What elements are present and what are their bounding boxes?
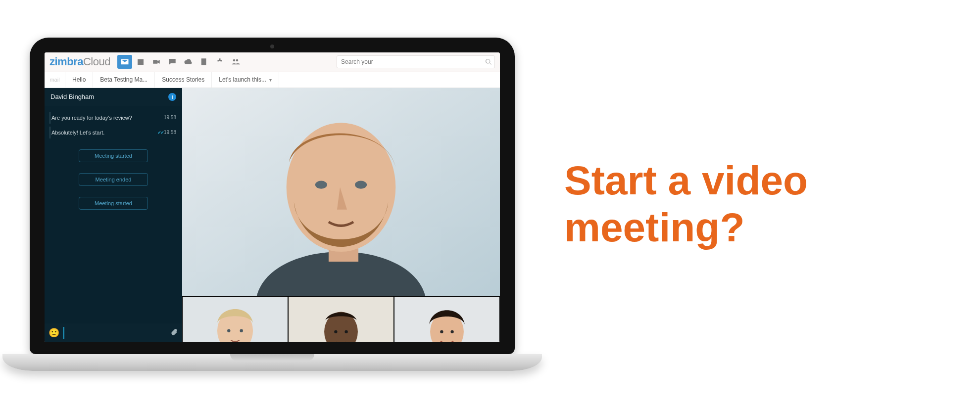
brand-part1: zimbra [49, 55, 83, 68]
search-field[interactable] [337, 55, 495, 68]
svg-point-10 [240, 329, 243, 332]
svg-point-18 [450, 330, 453, 333]
tab-lets-launch[interactable]: Let's launch this...▾ [212, 72, 279, 88]
people-icon[interactable] [228, 55, 243, 69]
section-label: mail [45, 72, 65, 88]
video-thumbnail[interactable]: VM [288, 296, 394, 342]
chat-contact-name: David Bingham [50, 93, 94, 100]
chevron-down-icon: ▾ [269, 77, 272, 83]
search-icon [485, 58, 492, 65]
addons-icon[interactable] [212, 55, 227, 69]
svg-point-4 [287, 123, 396, 252]
chat-message: Are you ready for today's review? 19.58 [49, 112, 177, 124]
brand-part2: Cloud [83, 55, 110, 68]
cloud-icon[interactable] [181, 55, 196, 69]
brand-logo: zimbraCloud [49, 55, 117, 68]
chat-input-bar: 🙂 [45, 323, 182, 342]
calendar-icon[interactable]: 22 [133, 55, 148, 69]
video-thumbnail[interactable] [182, 296, 288, 342]
tab-success-stories[interactable]: Success Stories [155, 72, 212, 88]
mail-icon[interactable] [117, 55, 132, 69]
chat-text-input[interactable] [63, 327, 166, 339]
top-bar: zimbraCloud 22 [45, 52, 500, 72]
chat-messages: Are you ready for today's review? 19.58 … [45, 106, 182, 323]
laptop-base [2, 354, 542, 371]
svg-point-13 [334, 330, 337, 333]
laptop-mockup: zimbraCloud 22 [30, 38, 515, 371]
chat-message: Absolutely! Let's start. 19.58 [49, 127, 177, 138]
video-thumbnail-strip: VM [182, 296, 500, 342]
video-thumbnail[interactable]: LP [394, 296, 500, 342]
info-icon[interactable]: i [168, 93, 176, 101]
contacts-icon[interactable] [196, 55, 211, 69]
attachment-icon[interactable] [170, 328, 178, 337]
tab-strip: mail Hello Beta Testing Ma... Success St… [45, 72, 500, 88]
svg-point-6 [355, 181, 367, 188]
app-window: zimbraCloud 22 [45, 52, 500, 342]
chat-panel: David Bingham i Are you ready for today'… [45, 88, 182, 342]
svg-text:22: 22 [139, 61, 143, 65]
system-pill-meeting-ended[interactable]: Meeting ended [79, 173, 148, 186]
system-pill-meeting-started[interactable]: Meeting started [79, 197, 148, 210]
video-icon[interactable] [149, 55, 164, 69]
svg-point-9 [227, 329, 230, 332]
svg-point-17 [440, 330, 443, 333]
tab-hello[interactable]: Hello [65, 72, 93, 88]
system-pill-meeting-started[interactable]: Meeting started [79, 149, 148, 162]
svg-point-14 [344, 330, 347, 333]
chat-icon[interactable] [165, 55, 180, 69]
video-panel: VM [182, 88, 500, 342]
tab-beta-testing[interactable]: Beta Testing Ma... [93, 72, 155, 88]
search-input[interactable] [337, 55, 495, 68]
video-main-participant [182, 88, 500, 296]
emoji-icon[interactable]: 🙂 [49, 327, 59, 338]
page-headline: Start a video meeting? [564, 157, 980, 251]
svg-point-5 [315, 181, 327, 188]
